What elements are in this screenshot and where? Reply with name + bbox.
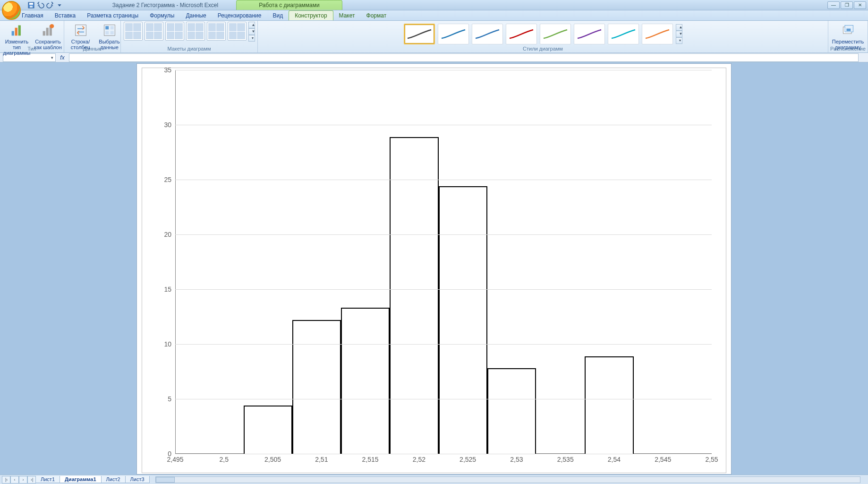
chart-style-spin[interactable]: ▲▼▾ — [676, 24, 682, 44]
chart-style-thumb[interactable] — [438, 24, 469, 44]
x-tick-label: 2,515 — [362, 456, 379, 463]
svg-rect-7 — [46, 28, 48, 36]
chart-layout-thumb[interactable] — [228, 22, 247, 41]
formula-bar: ▾ fx — [0, 53, 868, 62]
chart-style-thumb[interactable] — [506, 24, 537, 44]
chart-layout-thumb[interactable] — [165, 22, 184, 41]
chart-style-thumb[interactable] — [642, 24, 673, 44]
chart-layout-thumb[interactable] — [124, 22, 143, 41]
tab-view[interactable]: Вид — [267, 11, 289, 20]
x-tick-label: 2,55 — [705, 456, 718, 463]
chart-gridline — [175, 125, 712, 125]
tab-page-layout[interactable]: Разметка страницы — [81, 11, 144, 20]
x-tick-label: 2,51 — [315, 456, 328, 463]
chart-gridline — [175, 454, 712, 454]
ribbon-group-data-label: Данные — [64, 45, 120, 52]
undo-icon[interactable] — [37, 1, 44, 9]
spin-up-icon[interactable]: ▲ — [676, 24, 682, 31]
svg-rect-12 — [105, 26, 109, 29]
ribbon-group-layouts: ▲▼▾ Макеты диаграмм — [121, 21, 258, 52]
customize-qat-icon[interactable] — [56, 1, 63, 9]
sheet-nav-prev[interactable]: ‹ — [10, 476, 19, 484]
sheet-nav-next[interactable]: › — [19, 476, 27, 484]
tab-layout[interactable]: Макет — [333, 11, 361, 20]
tab-design[interactable]: Конструктор — [289, 10, 333, 20]
chevron-down-icon[interactable]: ▾ — [51, 55, 53, 60]
y-tick-label: 30 — [164, 121, 171, 129]
x-tick-label: 2,535 — [557, 456, 574, 463]
spin-down-icon[interactable]: ▼ — [248, 28, 255, 35]
histogram-bar[interactable] — [487, 368, 536, 454]
svg-rect-15 — [110, 31, 113, 35]
chart-layout-spin[interactable]: ▲▼▾ — [248, 22, 255, 42]
y-tick-label: 20 — [164, 231, 171, 238]
sheet-tab[interactable]: Диаграмма1 — [60, 476, 102, 483]
chart-style-thumb[interactable] — [608, 24, 639, 44]
y-tick-label: 5 — [168, 395, 171, 403]
ribbon-group-layouts-label: Макеты диаграмм — [121, 45, 257, 52]
formula-input[interactable] — [69, 53, 859, 62]
tab-format[interactable]: Формат — [361, 11, 392, 20]
histogram-bar[interactable] — [244, 406, 292, 454]
svg-rect-4 — [15, 28, 17, 36]
chart-layout-thumb[interactable] — [186, 22, 205, 41]
x-tick-label: 2,505 — [264, 456, 281, 463]
svg-rect-2 — [30, 6, 33, 8]
chart-gridline — [175, 289, 712, 290]
spin-down-icon[interactable]: ▼ — [676, 31, 682, 37]
x-tick-label: 2,54 — [608, 456, 621, 463]
chart-gridline — [175, 234, 712, 235]
ribbon-group-type-label: Тип — [0, 45, 64, 52]
histogram-bar[interactable] — [390, 137, 438, 454]
chart-layout-thumb[interactable] — [145, 22, 163, 41]
ribbon-tabstrip: Главная Вставка Разметка страницы Формул… — [0, 10, 868, 21]
chart-layout-thumb[interactable] — [207, 22, 226, 41]
tab-home[interactable]: Главная — [16, 11, 49, 20]
sheet-nav: |‹ ‹ › ›| — [2, 476, 36, 484]
sheet-nav-first[interactable]: |‹ — [2, 476, 10, 484]
chart-style-thumb[interactable] — [472, 24, 503, 44]
chart-style-thumb[interactable] — [404, 24, 435, 44]
spin-more-icon[interactable]: ▾ — [248, 35, 255, 42]
save-icon[interactable] — [27, 1, 35, 9]
restore-button[interactable]: ❐ — [841, 1, 853, 9]
scrollbar-thumb[interactable] — [156, 477, 175, 483]
svg-rect-14 — [105, 31, 109, 35]
chart-gridline — [175, 70, 712, 70]
tab-insert[interactable]: Вставка — [49, 11, 82, 20]
spin-more-icon[interactable]: ▾ — [676, 37, 682, 44]
histogram-bar[interactable] — [292, 320, 341, 454]
chart-style-thumb[interactable] — [574, 24, 605, 44]
sheet-tab-bar: |‹ ‹ › ›| Лист1Диаграмма1Лист2Лист3 — [0, 475, 868, 484]
redo-icon[interactable] — [46, 1, 54, 9]
quick-access-toolbar — [25, 0, 66, 10]
spin-up-icon[interactable]: ▲ — [248, 22, 255, 28]
y-tick-label: 35 — [164, 66, 171, 74]
sheet-nav-last[interactable]: ›| — [27, 476, 36, 484]
tab-review[interactable]: Рецензирование — [212, 11, 267, 20]
fx-button[interactable]: fx — [58, 54, 67, 61]
office-button[interactable] — [2, 1, 21, 20]
histogram-bar[interactable] — [341, 308, 390, 454]
chart-style-thumb[interactable] — [540, 24, 571, 44]
ribbon-group-type: Изменить тип диаграммы Сохранить как шаб… — [0, 21, 64, 52]
x-tick-label: 2,53 — [510, 456, 523, 463]
chart-plot-area[interactable]: 051015202530352,4952,52,5052,512,5152,52… — [175, 70, 712, 454]
bar-chart-icon — [9, 23, 25, 38]
tab-formulas[interactable]: Формулы — [144, 11, 180, 20]
histogram-bar[interactable] — [439, 186, 487, 454]
y-tick-label: 25 — [164, 176, 171, 183]
horizontal-scrollbar[interactable] — [155, 476, 860, 483]
tab-data[interactable]: Данные — [180, 11, 212, 20]
x-tick-label: 2,5 — [220, 456, 229, 463]
sheet-tab[interactable]: Лист2 — [101, 476, 126, 483]
ribbon-group-location-label: Расположение — [828, 45, 868, 52]
chart-object[interactable]: 051015202530352,4952,52,5052,512,5152,52… — [142, 68, 726, 473]
close-button[interactable]: ✕ — [854, 1, 866, 9]
sheet-tab[interactable]: Лист1 — [35, 476, 60, 483]
histogram-bar[interactable] — [585, 356, 633, 454]
chart-gridline — [175, 399, 712, 399]
template-chart-icon — [41, 23, 56, 38]
sheet-tab[interactable]: Лист3 — [125, 476, 150, 483]
minimize-button[interactable]: — — [827, 1, 840, 9]
